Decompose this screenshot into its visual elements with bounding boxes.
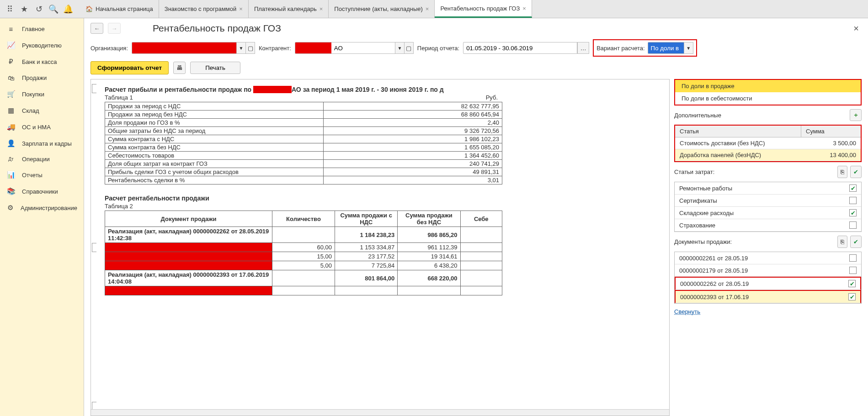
right-panel: По доли в продаже По доли в себестоимост… [674,79,862,416]
t1-name: Доля общих затрат на контракт ГОЗ [105,160,324,168]
sidebar-item-catalogs[interactable]: 📚Справочники [0,183,84,200]
sidebar-item-admin[interactable]: ⚙Администрирование [0,200,84,216]
checkbox[interactable] [848,280,856,287]
sidebar-item-purchases[interactable]: 🛒Покупки [0,86,84,102]
doc-row[interactable]: 00000002262 от 28.05.19 [675,277,861,290]
ruble-icon: ₽ [6,58,16,66]
checkbox[interactable] [849,254,857,262]
sidebar-item-bank[interactable]: ₽Банк и касса [0,53,84,70]
close-page-button[interactable]: × [851,23,862,34]
grid-row[interactable]: Доработка панелей (безНДС) 13 400,00 [675,149,861,161]
report-scroll[interactable]: Расчет прибыли и рентабельности продаж п… [91,79,669,416]
contr-input-red[interactable] [295,42,331,54]
variant-input[interactable] [648,42,684,54]
tab-intro[interactable]: Знакомство с программой × [159,0,249,18]
org-popout-button[interactable]: ▢ [246,42,255,54]
doc-row[interactable]: 00000002393 от 17.06.19 [675,290,861,303]
person-icon: 👤 [6,139,16,147]
bag-icon: 🛍 [6,74,16,82]
contr-input[interactable] [331,42,395,54]
cost-name: Ремонтные работы [679,185,732,192]
sidebar-item-assets[interactable]: 🚚ОС и НМА [0,119,84,135]
t2-col[interactable]: Документ продажи [105,211,272,227]
org-input[interactable] [132,42,237,54]
close-icon[interactable]: × [522,5,526,12]
checkbox[interactable] [849,221,857,229]
cost-row[interactable]: Складские расходы [675,207,861,219]
collapse-link[interactable]: Свернуть [674,306,862,317]
add-button[interactable]: ＋ [850,109,862,121]
variant-label: Вариант расчета: [596,45,644,52]
checkbox[interactable] [849,209,857,216]
org-dropdown-button[interactable]: ▼ [237,42,246,54]
checkbox[interactable] [849,184,857,192]
checkbox[interactable] [849,197,857,204]
check-all-button[interactable]: ✔ [850,236,862,248]
dropdown-option[interactable]: По доли в себестоимости [675,92,861,105]
t2-s2: 19 314,61 [398,252,460,261]
contr-dropdown-button[interactable]: ▼ [395,42,405,54]
col-sum[interactable]: Сумма [801,126,861,137]
t2-s2: 6 438,20 [398,261,460,270]
sidebar-item-stock[interactable]: ▦Склад [0,102,84,119]
nav-forward-button[interactable]: → [108,23,121,34]
dtkt-icon: Дт [6,157,16,162]
t1-name: Сумма контракта без НДС [105,143,324,152]
checkbox[interactable] [848,293,856,300]
doc-name: 00000002261 от 28.05.19 [679,255,748,262]
period-picker-button[interactable]: … [577,42,589,54]
tab-profitability[interactable]: Рентабельность продаж ГОЗ × [435,0,532,18]
apps-icon[interactable]: ⠿ [2,2,17,16]
doc-row[interactable]: 00000002179 от 28.05.19 [675,264,861,277]
doc-row[interactable]: 00000002261 от 28.05.19 [675,252,861,264]
tab-receipts[interactable]: Поступление (акты, накладные) × [329,0,435,18]
t2-col[interactable]: Сумма продажи без НДС [398,211,460,227]
page-header: ← → Рентабельность продаж ГОЗ × [84,18,868,37]
history-icon[interactable]: ↺ [32,2,46,16]
cost-row[interactable]: Ремонтные работы [675,182,861,195]
check-all-button[interactable]: ✔ [850,166,862,178]
print-icon-button[interactable]: 🖶 [173,62,186,74]
period-input[interactable] [463,42,577,54]
nav-back-button[interactable]: ← [91,23,103,34]
sidebar-item-manager[interactable]: 📈Руководителю [0,37,84,53]
report-pane: Расчет прибыли и рентабельности продаж п… [91,79,670,416]
sidebar-item-operations[interactable]: ДтОперации [0,152,84,167]
print-button[interactable]: Печать [190,62,240,74]
grid-row[interactable]: Стоимость доставки (без НДС) 3 500,00 [675,137,861,149]
sidebar-item-label: Руководителю [22,42,62,49]
t2-s1: 801 864,00 [335,270,398,286]
bell-icon[interactable]: 🔔 [61,2,75,16]
t2-col[interactable]: Сумма продажи с НДС [335,211,398,227]
col-article[interactable]: Статья [675,126,801,137]
t2-cost [460,227,502,243]
tab-calendar[interactable]: Платежный календарь × [249,0,329,18]
sidebar-item-hr[interactable]: 👤Зарплата и кадры [0,135,84,152]
sidebar-item-label: Покупки [22,91,44,98]
copy-button[interactable]: ⎘ [837,166,847,178]
sidebar-item-reports[interactable]: 📊Отчеты [0,167,84,183]
tab-home[interactable]: 🏠 Начальная страница [80,0,159,18]
variant-dropdown-button[interactable]: ▼ [684,42,693,54]
sidebar-item-main[interactable]: ≡Главное [0,21,84,37]
close-icon[interactable]: × [426,5,429,12]
search-icon[interactable]: 🔍 [46,2,61,16]
cost-row[interactable]: Сертификаты [675,195,861,207]
copy-button[interactable]: ⎘ [837,236,847,248]
star-icon[interactable]: ★ [17,2,32,16]
t2-col[interactable]: Количество [272,211,335,227]
cost-row[interactable]: Страхование [675,219,861,232]
dropdown-option[interactable]: По доли в продаже [675,80,861,92]
close-icon[interactable]: × [320,5,323,12]
checkbox[interactable] [849,267,857,274]
sidebar-item-sales[interactable]: 🛍Продажи [0,70,84,86]
additional-section-head: Дополнительные ＋ [674,108,862,122]
form-report-button[interactable]: Сформировать отчет [91,61,169,74]
t2-col[interactable]: Себе [460,211,502,227]
contr-popout-button[interactable]: ▢ [405,42,414,54]
sidebar-item-label: Продажи [22,74,47,81]
docs-section-head: Документы продажи: ⎘ ✔ [674,235,862,249]
close-icon[interactable]: × [239,5,243,12]
horizontal-scrollbar[interactable] [91,409,669,416]
t1-val: 49 891,31 [323,168,502,176]
